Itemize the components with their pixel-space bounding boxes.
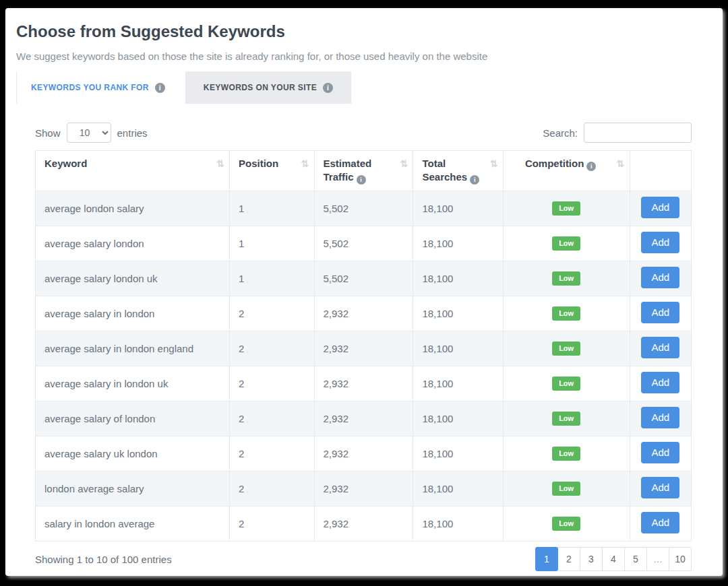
page-subtitle: We suggest keywords based on those the s… bbox=[16, 50, 712, 63]
add-button[interactable]: Add bbox=[641, 337, 679, 358]
page-button-3[interactable]: 3 bbox=[580, 547, 603, 571]
action-cell: Add bbox=[630, 261, 691, 296]
traffic-cell: 2,932 bbox=[314, 331, 413, 366]
keywords-table: Keyword⇅Position⇅Estimated Traffici⇅Tota… bbox=[35, 150, 692, 542]
competition-badge: Low bbox=[552, 447, 580, 461]
add-button[interactable]: Add bbox=[641, 267, 679, 288]
searches-cell: 18,100 bbox=[413, 191, 503, 226]
action-cell: Add bbox=[630, 507, 691, 542]
page-title: Choose from Suggested Keywords bbox=[16, 22, 712, 42]
traffic-cell: 2,932 bbox=[314, 401, 413, 436]
show-label: Show bbox=[35, 127, 61, 139]
searches-cell: 18,100 bbox=[413, 296, 503, 331]
page-ellipsis: … bbox=[646, 547, 669, 571]
entries-label: entries bbox=[117, 127, 148, 139]
column-header-total-searches[interactable]: Total Searchesi⇅ bbox=[413, 151, 503, 191]
info-icon[interactable]: i bbox=[155, 83, 165, 93]
competition-cell: Low bbox=[503, 261, 630, 296]
add-button[interactable]: Add bbox=[641, 302, 679, 323]
action-cell: Add bbox=[630, 331, 691, 366]
traffic-cell: 2,932 bbox=[314, 436, 413, 471]
searches-cell: 18,100 bbox=[413, 261, 503, 296]
table-row: average salary london uk 1 5,502 18,100 … bbox=[36, 261, 692, 296]
add-button[interactable]: Add bbox=[641, 197, 679, 218]
table-row: average salary of london 2 2,932 18,100 … bbox=[36, 401, 692, 436]
page-button-10[interactable]: 10 bbox=[669, 547, 692, 571]
column-header-position[interactable]: Position⇅ bbox=[230, 151, 315, 191]
suggested-keywords-panel: Choose from Suggested Keywords We sugges… bbox=[5, 8, 723, 576]
competition-badge: Low bbox=[552, 412, 580, 426]
info-icon[interactable]: i bbox=[323, 83, 333, 93]
sort-icon[interactable]: ⇅ bbox=[617, 157, 624, 170]
page-button-5[interactable]: 5 bbox=[624, 547, 647, 571]
competition-badge: Low bbox=[552, 271, 580, 286]
keyword-cell: average salary uk london bbox=[36, 436, 230, 471]
column-header-actions bbox=[630, 151, 691, 191]
action-cell: Add bbox=[630, 226, 691, 261]
position-cell: 1 bbox=[230, 226, 315, 261]
info-icon[interactable]: i bbox=[586, 162, 596, 171]
competition-cell: Low bbox=[503, 471, 630, 507]
sort-icon[interactable]: ⇅ bbox=[400, 157, 407, 170]
add-button[interactable]: Add bbox=[641, 477, 679, 498]
search-input[interactable] bbox=[584, 123, 692, 143]
position-cell: 2 bbox=[230, 401, 315, 436]
competition-badge: Low bbox=[552, 517, 580, 531]
table-row: london average salary 2 2,932 18,100 Low… bbox=[36, 471, 692, 507]
add-button[interactable]: Add bbox=[641, 442, 679, 463]
traffic-cell: 2,932 bbox=[314, 471, 413, 507]
action-cell: Add bbox=[630, 401, 691, 436]
table-row: salary in london average 2 2,932 18,100 … bbox=[36, 507, 692, 542]
info-icon[interactable]: i bbox=[470, 175, 479, 185]
column-label: Position bbox=[239, 158, 278, 169]
sort-icon[interactable]: ⇅ bbox=[216, 157, 223, 170]
keyword-cell: salary in london average bbox=[36, 507, 230, 542]
action-cell: Add bbox=[630, 296, 691, 331]
traffic-cell: 5,502 bbox=[314, 226, 413, 261]
sort-icon[interactable]: ⇅ bbox=[490, 157, 497, 170]
column-header-estimated-traffic[interactable]: Estimated Traffici⇅ bbox=[314, 151, 413, 191]
column-label: Total Searchesi bbox=[422, 158, 479, 183]
keyword-cell: average salary london bbox=[36, 226, 230, 261]
add-button[interactable]: Add bbox=[641, 372, 679, 393]
tab-keywords-you-rank-for[interactable]: KEYWORDS YOU RANK FOR i bbox=[17, 71, 185, 104]
info-icon[interactable]: i bbox=[357, 175, 366, 185]
tab-label: KEYWORDS ON YOUR SITE bbox=[204, 83, 317, 92]
column-label: Keyword bbox=[44, 158, 87, 169]
keyword-cell: average salary in london bbox=[36, 296, 230, 331]
page-button-4[interactable]: 4 bbox=[602, 547, 625, 571]
action-cell: Add bbox=[630, 366, 691, 401]
keyword-cell: average salary of london bbox=[36, 401, 230, 436]
position-cell: 1 bbox=[230, 261, 315, 296]
competition-cell: Low bbox=[503, 366, 630, 401]
page-length-control: Show 10 entries bbox=[35, 123, 148, 143]
add-button[interactable]: Add bbox=[641, 232, 679, 253]
competition-badge: Low bbox=[552, 201, 580, 216]
sort-icon[interactable]: ⇅ bbox=[301, 157, 308, 170]
column-header-competition[interactable]: Competitioni⇅ bbox=[503, 151, 630, 191]
competition-badge: Low bbox=[552, 377, 580, 391]
page-button-2[interactable]: 2 bbox=[557, 547, 580, 571]
column-header-keyword[interactable]: Keyword⇅ bbox=[36, 151, 230, 191]
add-button[interactable]: Add bbox=[641, 512, 679, 533]
competition-badge: Low bbox=[552, 236, 580, 251]
searches-cell: 18,100 bbox=[413, 401, 503, 436]
tab-keywords-on-your-site[interactable]: KEYWORDS ON YOUR SITE i bbox=[185, 71, 351, 104]
page-button-1[interactable]: 1 bbox=[535, 547, 558, 571]
table-header-row: Keyword⇅Position⇅Estimated Traffici⇅Tota… bbox=[36, 151, 692, 191]
competition-cell: Low bbox=[503, 191, 630, 226]
search-control: Search: bbox=[543, 123, 692, 143]
competition-cell: Low bbox=[503, 401, 630, 436]
search-label: Search: bbox=[543, 127, 578, 139]
competition-badge: Low bbox=[552, 306, 580, 321]
results-summary: Showing 1 to 10 of 100 entries bbox=[35, 554, 172, 565]
entries-select[interactable]: 10 bbox=[67, 123, 111, 143]
competition-cell: Low bbox=[503, 296, 630, 331]
searches-cell: 18,100 bbox=[413, 366, 503, 401]
keyword-cell: average salary in london uk bbox=[36, 366, 230, 401]
traffic-cell: 2,932 bbox=[314, 296, 413, 331]
table-row: average salary london 1 5,502 18,100 Low… bbox=[36, 226, 692, 261]
keyword-cell: average london salary bbox=[36, 191, 230, 226]
competition-badge: Low bbox=[552, 482, 580, 496]
add-button[interactable]: Add bbox=[641, 407, 679, 428]
